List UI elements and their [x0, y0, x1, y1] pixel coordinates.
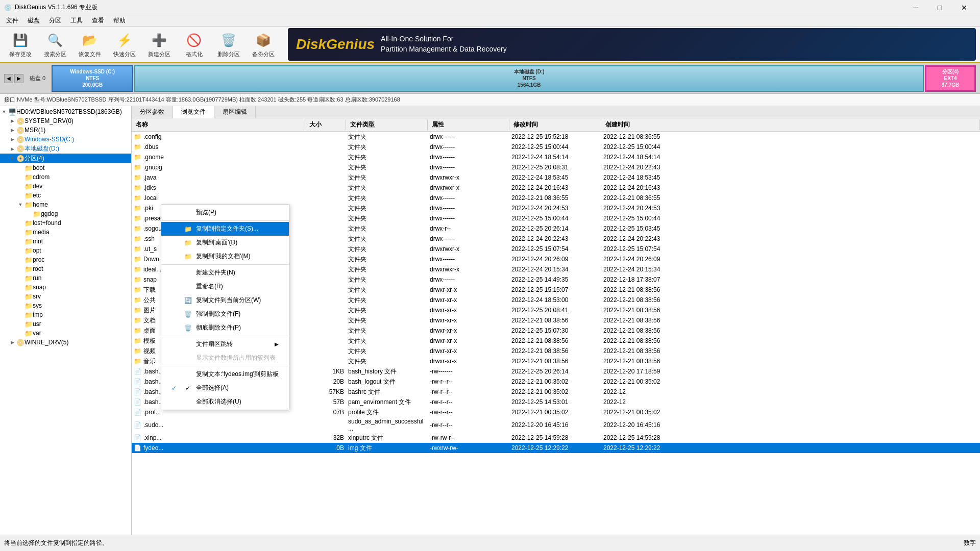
table-row[interactable]: 📁 .jdks 文件夹 drwxrwxr-x 2022-12-24 20:16:…: [132, 183, 980, 193]
tree-item[interactable]: 📁lost+found: [0, 218, 131, 228]
tab-分区参数[interactable]: 分区参数: [132, 106, 173, 118]
file-name-label: 视频: [143, 347, 156, 356]
toolbar-btn-格式化[interactable]: 🚫格式化: [178, 28, 210, 61]
minimize-button[interactable]: ─: [903, 0, 927, 15]
tree-node-label: boot: [33, 164, 44, 171]
toolbar-btn-删除分区[interactable]: 🗑️删除分区: [212, 28, 245, 61]
context-menu-item[interactable]: 新建文件夹(N): [161, 266, 289, 280]
tree-item[interactable]: ▶📀Windows-SSD(C:): [0, 135, 131, 144]
tree-item[interactable]: ▶📀本地磁盘(D:): [0, 144, 131, 154]
main-area: ▼🖥️HD0:WDBlueSN5702TBSSD(1863GB)▶📀SYSTEM…: [0, 106, 980, 535]
table-row[interactable]: 📁 .gnupg 文件夹 drwx------ 2022-12-25 20:08…: [132, 162, 980, 172]
context-menu-item[interactable]: 预览(P): [161, 206, 289, 219]
table-row[interactable]: 📁 .gnome 文件夹 drwx------ 2022-12-24 18:54…: [132, 152, 980, 162]
partition-d[interactable]: 本地磁盘 (D:) NTFS 1564.1GB: [134, 65, 924, 92]
file-type-cell: xinputrc 文件: [346, 434, 428, 442]
tree-item[interactable]: 📁mnt: [0, 237, 131, 246]
tree-item[interactable]: 📁snap: [0, 283, 131, 292]
table-row[interactable]: 📁 .dbus 文件夹 drwx------ 2022-12-25 15:00:…: [132, 142, 980, 152]
menu-item-工具[interactable]: 工具: [66, 15, 87, 26]
tab-浏览文件[interactable]: 浏览文件: [173, 106, 214, 118]
tree-item[interactable]: 📁usr: [0, 319, 131, 329]
toolbar-btn-保存更改[interactable]: 💾保存更改: [4, 28, 37, 61]
table-row[interactable]: 📄 .sudo... sudo_as_admin_successful ... …: [132, 417, 980, 433]
maximize-button[interactable]: □: [928, 0, 951, 15]
toolbar-btn-快速分区[interactable]: ⚡快速分区: [108, 28, 141, 61]
menu-item-磁盘[interactable]: 磁盘: [23, 15, 44, 26]
tree-item[interactable]: 📁etc: [0, 191, 131, 200]
tree-item[interactable]: 📁run: [0, 273, 131, 283]
file-modified-cell: 2022-12-21 08:38:56: [509, 358, 601, 365]
file-created-cell: 2022-12-25 15:07:54: [601, 245, 980, 253]
ctx-item-label: 复制到'我的文档'(M): [196, 252, 251, 261]
file-attr-cell: drwxr-xr-x: [428, 327, 509, 334]
menu-item-查看[interactable]: 查看: [88, 15, 108, 26]
close-button[interactable]: ✕: [952, 0, 976, 15]
file-created-cell: 2022-12-18 17:38:07: [601, 276, 980, 283]
tree-item[interactable]: 📁srv: [0, 292, 131, 301]
table-row[interactable]: 📄 .xinp... 32B xinputrc 文件 -rw-rw-r-- 20…: [132, 433, 980, 443]
toolbar-btn-恢复文件[interactable]: 📂恢复文件: [74, 28, 106, 61]
context-menu-item[interactable]: 🔄复制文件到当前分区(W): [161, 293, 289, 307]
file-created-cell: 2022-12-20 17:18:59: [601, 368, 980, 375]
table-row[interactable]: 📁 .local 文件夹 drwx------ 2022-12-21 08:36…: [132, 193, 980, 203]
tree-expand-icon: ▶: [8, 137, 16, 142]
menu-item-文件[interactable]: 文件: [2, 15, 22, 26]
file-type-icon: 📄: [134, 409, 141, 416]
tree-item[interactable]: 📁var: [0, 329, 131, 338]
tree-item[interactable]: ▶📀MSR(1): [0, 126, 131, 135]
menu-item-帮助[interactable]: 帮助: [109, 15, 130, 26]
nav-prev[interactable]: ◀: [4, 74, 13, 83]
tree-item[interactable]: 📁dev: [0, 182, 131, 191]
toolbar-btn-新建分区[interactable]: ➕新建分区: [143, 28, 176, 61]
tree-node-icon: 📁: [24, 182, 33, 190]
context-menu-item[interactable]: 重命名(R): [161, 280, 289, 293]
file-size-cell: 1KB: [305, 368, 346, 375]
tree-item[interactable]: ▶📀WINRE_DRV(5): [0, 338, 131, 347]
partition-4[interactable]: 分区(4) EXT4 97.7GB: [925, 65, 976, 92]
tab-扇区编辑[interactable]: 扇区编辑: [214, 106, 256, 118]
table-row[interactable]: 📁 .java 文件夹 drwxrwxr-x 2022-12-24 18:53:…: [132, 172, 980, 183]
tree-item[interactable]: 📁tmp: [0, 310, 131, 319]
context-menu-item[interactable]: 🗑️强制删除文件(F): [161, 307, 289, 321]
tree-item[interactable]: 📁cdrom: [0, 172, 131, 182]
tree-item[interactable]: ▼📀分区(4): [0, 154, 131, 163]
context-menu-item[interactable]: ✓✓全部选择(A): [161, 381, 289, 395]
tree-item[interactable]: 📁ggdog: [0, 209, 131, 218]
tree-item[interactable]: 📁boot: [0, 163, 131, 172]
table-row[interactable]: 📁 .config 文件夹 drwx------ 2022-12-25 15:5…: [132, 132, 980, 142]
file-name-cell: 📄 .xinp...: [132, 434, 305, 441]
context-menu-item[interactable]: 文件扇区跳转▶: [161, 337, 289, 351]
tree-node-icon: 📁: [24, 246, 33, 255]
nav-next[interactable]: ▶: [14, 74, 23, 83]
table-row[interactable]: 📄 fydeo... 0B img 文件 -rwxrw-rw- 2022-12-…: [132, 443, 980, 453]
tree-expand-icon: ▶: [8, 118, 16, 123]
file-type-cell: bash_history 文件: [346, 367, 428, 376]
toolbar-btn-备份分区[interactable]: 📦备份分区: [247, 28, 280, 61]
tree-item[interactable]: ▶📀SYSTEM_DRV(0): [0, 116, 131, 126]
toolbar-icon-快速分区: ⚡: [115, 31, 134, 49]
file-modified-cell: 2022-12-21 00:35:02: [509, 409, 601, 416]
context-menu-item[interactable]: 🗑️彻底删除文件(P): [161, 321, 289, 335]
toolbar-btn-搜索分区[interactable]: 🔍搜索分区: [39, 28, 71, 61]
toolbar-icon-备份分区: 📦: [254, 31, 273, 49]
tree-item[interactable]: ▼🖥️HD0:WDBlueSN5702TBSSD(1863GB): [0, 107, 131, 116]
tree-item[interactable]: 📁opt: [0, 246, 131, 255]
disk-map: ◀ ▶ 磁盘 0 Windows-SSD (C:) NTFS 200.0GB 本…: [0, 63, 980, 94]
file-attr-cell: -rw-r--r--: [428, 398, 509, 406]
menu-item-分区[interactable]: 分区: [45, 15, 65, 26]
tree-item[interactable]: ▼📁home: [0, 200, 131, 209]
context-menu-item[interactable]: 复制文本:'fydeos.img'到剪贴板: [161, 367, 289, 381]
partition-c[interactable]: Windows-SSD (C:) NTFS 200.0GB: [52, 65, 133, 92]
context-menu-item[interactable]: 📁复制到'我的文档'(M): [161, 249, 289, 263]
context-menu-item[interactable]: 📁复制到指定文件夹(S)...: [161, 222, 289, 236]
tree-item[interactable]: 📁sys: [0, 301, 131, 310]
tree-item[interactable]: 📁media: [0, 228, 131, 237]
file-created-cell: 2022-12-21 08:38:56: [601, 296, 980, 304]
ctx-check-icon: ✓: [172, 385, 180, 392]
tree-item[interactable]: 📁proc: [0, 255, 131, 264]
context-menu-item[interactable]: 全部取消选择(U): [161, 395, 289, 409]
tree-node-icon: 📁: [24, 191, 33, 199]
context-menu-item[interactable]: 📁复制到'桌面'(D): [161, 236, 289, 249]
tree-item[interactable]: 📁root: [0, 264, 131, 273]
